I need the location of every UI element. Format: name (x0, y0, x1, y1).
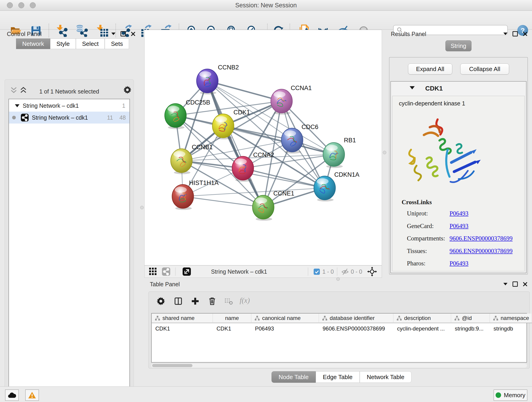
protein-expander-icon[interactable] (410, 86, 415, 89)
crosslink-row: Tissues:9606.ENSP00000378699 (407, 248, 521, 257)
crosslink-link[interactable]: P06493 (450, 223, 469, 232)
table-cell[interactable]: P06493 (251, 324, 319, 334)
collapse-all-button[interactable]: Collapse All (460, 64, 509, 75)
table-settings-button[interactable] (155, 295, 167, 307)
crosslink-link[interactable]: 9606.ENSP00000378699 (450, 235, 513, 244)
crosslink-link[interactable]: 9606.ENSP00000378699 (450, 248, 513, 257)
node-label-cdk1: CDK1 (234, 109, 250, 116)
column-header-shared-name[interactable]: shared name (152, 313, 213, 323)
selected-checkbox[interactable] (314, 266, 320, 278)
network-collection-row[interactable]: String Network – cdk1 1 (9, 100, 129, 112)
column-label: description (404, 315, 431, 321)
table-cell[interactable]: CDK1 (152, 324, 213, 334)
node-label-ccne1: CCNE1 (273, 190, 294, 197)
bottom-splitter-grip[interactable] (336, 277, 340, 281)
table-cell[interactable]: 9606.ENSP00000378699 (319, 324, 393, 334)
table-cell[interactable]: cyclin-dependent ... (393, 324, 451, 334)
tab-node-table[interactable]: Node Table (272, 371, 316, 383)
tab-style[interactable]: Style (50, 38, 76, 49)
column-header-database-identifier[interactable]: database identifier (319, 313, 393, 323)
pan-tool-button[interactable] (367, 266, 377, 278)
node-label-cdkn1a: CDKN1A (334, 171, 360, 178)
memory-status-dot (496, 392, 501, 398)
cloud-icon (8, 392, 16, 398)
network-edge-count: 48 (119, 114, 126, 121)
panel-close-icon[interactable] (523, 32, 527, 36)
panel-close-icon[interactable] (523, 282, 527, 287)
crosslink-row: GeneCard:P06493 (407, 223, 521, 232)
crosslink-row: Uniprot:P06493 (407, 210, 521, 219)
collection-expander-icon[interactable] (15, 104, 19, 107)
column-header-description[interactable]: description (393, 313, 451, 323)
panel-float-icon[interactable] (513, 31, 518, 36)
node-cdkn1a[interactable]: CDKN1A (314, 171, 360, 201)
show-column-button[interactable] (172, 295, 184, 307)
tab-select[interactable]: Select (76, 38, 105, 49)
protein-description: cyclin-dependent kinase 1 (399, 100, 465, 107)
table-cell[interactable]: stringdb:9... (451, 324, 490, 334)
collection-label: String Network – cdk1 (23, 102, 79, 109)
cloud-button[interactable] (5, 389, 19, 401)
column-label: canonical name (262, 315, 301, 321)
panel-menu-icon[interactable] (503, 32, 507, 35)
tab-string[interactable]: String (445, 40, 472, 51)
edge-hist1h1a-ccne1[interactable] (183, 196, 263, 207)
fx-label: f(x) (240, 296, 250, 304)
detach-view-button[interactable] (183, 266, 191, 278)
tab-network-table[interactable]: Network Table (360, 371, 412, 383)
node-ccne1[interactable]: CCNE1 (253, 190, 294, 221)
hidden-counts: 0 - 0 (351, 266, 362, 278)
column-namespace-icon (254, 316, 260, 321)
right-splitter-grip[interactable] (383, 151, 386, 154)
node-label-rb1: RB1 (344, 137, 356, 144)
hidden-indicator (341, 266, 349, 278)
function-builder-button[interactable]: f(x) (240, 296, 250, 305)
tab-edge-table[interactable]: Edge Table (316, 371, 360, 383)
expand-all-button[interactable]: Expand All (408, 64, 452, 75)
memory-button[interactable]: Memory (494, 389, 527, 401)
crosslink-label: Compartments: (407, 235, 450, 244)
network-row-selected[interactable]: String Network – cdk1 11 48 (9, 112, 129, 123)
control-panel-window-buttons (111, 31, 135, 36)
table-cell[interactable]: CDK1 (213, 324, 251, 334)
crosslink-label: Pharos: (407, 260, 450, 269)
panel-close-icon[interactable] (131, 32, 135, 36)
create-column-button[interactable] (189, 295, 201, 307)
panel-menu-icon[interactable] (111, 32, 115, 35)
panel-menu-icon[interactable] (503, 283, 507, 285)
split-columns-icon (174, 297, 183, 306)
network-canvas[interactable]: CCNB2CCNA1CDC25BCDK1CDC6RB1CCNB1CCNA2CDK… (144, 30, 382, 265)
delete-column-button[interactable] (206, 295, 218, 307)
table-cell[interactable]: stringdb (490, 324, 532, 334)
panel-float-icon[interactable] (513, 281, 518, 287)
string-tab-label: String (451, 42, 466, 50)
node-ccna1[interactable]: CCNA1 (271, 85, 312, 115)
left-splitter-grip[interactable] (140, 206, 144, 209)
column-header--id[interactable]: @id (451, 313, 490, 323)
birdseye-toggle[interactable] (149, 266, 157, 278)
column-header-namespace[interactable]: namespace (490, 313, 532, 323)
gear-icon[interactable] (123, 85, 132, 94)
column-header-name[interactable]: name (213, 313, 251, 323)
crosslink-link[interactable]: P06493 (450, 260, 469, 269)
table-horizontal-scrollbar[interactable] (151, 364, 527, 368)
scrollbar-thumb[interactable] (152, 364, 192, 367)
node-label-ccnb2: CCNB2 (218, 64, 239, 71)
results-panel-title: Results Panel (391, 31, 426, 37)
edge-ccnb2-ccne1[interactable] (207, 81, 263, 207)
column-label: @id (462, 315, 472, 321)
network-style-toggle[interactable] (162, 266, 170, 278)
node-ccnb1[interactable]: CCNB1 (171, 144, 213, 174)
column-namespace-icon (322, 316, 327, 321)
tab-network[interactable]: Network (16, 38, 50, 49)
crosslink-link[interactable]: P06493 (450, 210, 469, 219)
column-header-canonical-name[interactable]: canonical name (251, 313, 319, 323)
node-rb1[interactable]: RB1 (323, 137, 356, 168)
column-namespace-icon (397, 316, 402, 321)
expand-all-label: Expand All (416, 65, 444, 73)
node-label-hist1h1a: HIST1H1A (189, 179, 219, 186)
panel-float-icon[interactable] (120, 31, 126, 36)
warnings-button[interactable] (25, 389, 39, 401)
delete-table-button[interactable] (223, 295, 234, 307)
tab-sets[interactable]: Sets (105, 38, 129, 49)
